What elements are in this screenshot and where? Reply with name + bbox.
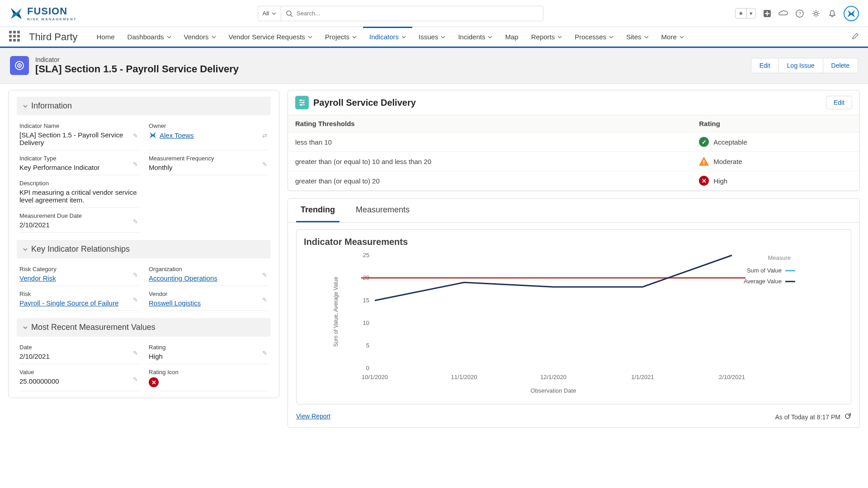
brand-name: FUSION (27, 5, 67, 17)
object-label: Indicator (35, 56, 239, 63)
nav-tab-processes[interactable]: Processes (568, 27, 620, 47)
edit-pencil-icon[interactable]: ✎ (133, 272, 138, 278)
edit-pencil-icon[interactable]: ✎ (262, 161, 267, 168)
chart-container: Indicator Measurements 0510152025Sum of … (296, 229, 851, 404)
notifications-bell-icon[interactable] (827, 9, 837, 19)
threshold-row: less than 10✓Acceptable (288, 132, 859, 152)
setup-gear-icon[interactable] (811, 9, 821, 19)
app-name: Third Party (29, 31, 78, 43)
chevron-down-icon (401, 35, 406, 39)
risk-category-link[interactable]: Vendor Risk (19, 274, 56, 282)
edit-pencil-icon[interactable]: ✎ (262, 296, 267, 303)
svg-rect-12 (703, 160, 704, 163)
salesforce-icon[interactable] (778, 9, 788, 19)
app-launcher-icon[interactable] (9, 31, 22, 43)
nav-tab-vendor-service-requests[interactable]: Vendor Service Requests (222, 27, 319, 47)
svg-point-11 (300, 104, 302, 106)
chevron-down-icon (167, 35, 171, 39)
section-recent-title: Most Recent Measurement Values (31, 323, 156, 332)
svg-text:?: ? (798, 11, 801, 16)
search-scope-label: All (263, 10, 269, 17)
svg-text:25: 25 (363, 252, 369, 258)
chevron-down-icon (23, 325, 28, 330)
section-relationships-title: Key Indicator Relationships (31, 244, 130, 254)
tab-measurements[interactable]: Measurements (351, 199, 414, 222)
edit-pencil-icon[interactable]: ✎ (133, 189, 138, 196)
chevron-down-icon (352, 35, 357, 39)
threshold-row: greater than (or equal to) 10 and less t… (288, 152, 859, 171)
user-avatar[interactable] (844, 6, 859, 21)
nav-tab-issues[interactable]: Issues (412, 27, 452, 47)
owner-link[interactable]: Alex Toews (160, 131, 194, 139)
view-report-link[interactable]: View Report (296, 413, 330, 421)
edit-pencil-icon[interactable]: ✎ (133, 161, 138, 168)
chevron-down-icon (644, 35, 649, 39)
settings-sliders-icon (295, 96, 309, 109)
nav-tab-more[interactable]: More (655, 27, 690, 47)
edit-pencil-icon[interactable]: ✎ (262, 350, 267, 357)
global-search: All (258, 6, 543, 21)
record-header: Indicator [SLA] Section 1.5 - Payroll Se… (0, 48, 868, 84)
nav-tab-projects[interactable]: Projects (319, 27, 363, 47)
nav-tab-incidents[interactable]: Incidents (452, 27, 499, 47)
svg-rect-13 (703, 163, 704, 164)
log-issue-button[interactable]: Log Issue (779, 58, 823, 73)
help-icon[interactable]: ? (795, 9, 805, 19)
edit-pencil-icon[interactable]: ✎ (133, 132, 138, 139)
indicator-object-icon (10, 56, 29, 75)
change-owner-icon[interactable]: ⇄ (262, 132, 267, 139)
section-information-header[interactable]: Information (17, 97, 271, 115)
delete-button[interactable]: Delete (823, 58, 858, 73)
chevron-down-icon (23, 247, 28, 252)
nav-tab-sites[interactable]: Sites (620, 27, 655, 47)
star-icon: ★ (736, 9, 747, 18)
edit-pencil-icon[interactable]: ✎ (262, 272, 267, 278)
edit-pencil-icon[interactable]: ✎ (133, 375, 138, 382)
refresh-icon[interactable] (844, 413, 851, 421)
nav-tab-map[interactable]: Map (499, 27, 524, 47)
thresholds-edit-button[interactable]: Edit (826, 96, 852, 109)
field-due-date: Measurement Due Date 2/10/2021 ✎ (19, 211, 139, 233)
edit-button[interactable]: Edit (751, 58, 779, 73)
rating-high-icon: ✕ (699, 176, 709, 186)
risk-link[interactable]: Payroll - Single Source of Failure (19, 299, 118, 307)
edit-nav-pencil-icon[interactable] (852, 33, 859, 41)
nav-tab-reports[interactable]: Reports (525, 27, 569, 47)
rating-ok-icon: ✓ (699, 137, 709, 147)
section-relationships-header[interactable]: Key Indicator Relationships (17, 240, 271, 258)
brand-logo: FUSION RISK MANAGEMENT (9, 5, 77, 21)
details-card: Information Indicator Name [SLA] Section… (8, 90, 279, 398)
chevron-down-icon (272, 11, 276, 16)
favorites-button[interactable]: ★ ▾ (735, 8, 756, 19)
chevron-down-icon (308, 35, 312, 39)
field-recent-date: Date 2/10/2021 ✎ (19, 342, 139, 364)
edit-pencil-icon[interactable]: ✎ (133, 296, 138, 303)
svg-text:Sum of Value: Sum of Value (747, 267, 782, 274)
organization-link[interactable]: Accounting Operations (149, 274, 217, 282)
field-vendor: Vendor Roswell Logistics ✎ (149, 289, 268, 311)
chevron-down-icon (23, 104, 28, 108)
edit-pencil-icon[interactable]: ✎ (133, 350, 138, 357)
search-input[interactable] (297, 10, 538, 17)
nav-tab-vendors[interactable]: Vendors (178, 27, 222, 47)
owner-avatar-icon (149, 131, 157, 139)
tab-trending[interactable]: Trending (296, 199, 340, 222)
svg-text:11/1/2020: 11/1/2020 (451, 374, 477, 380)
field-owner: Owner Alex Toews ⇄ (149, 121, 268, 150)
add-icon[interactable] (762, 9, 772, 19)
section-recent-header[interactable]: Most Recent Measurement Values (17, 318, 271, 337)
svg-text:Average Value: Average Value (744, 278, 782, 285)
svg-point-10 (302, 102, 304, 103)
nav-tab-indicators[interactable]: Indicators (363, 27, 412, 47)
vendor-link[interactable]: Roswell Logistics (149, 299, 201, 307)
field-description: Description KPI measuring a critical ven… (19, 178, 139, 208)
svg-text:Measure: Measure (768, 254, 791, 261)
svg-point-9 (300, 99, 302, 101)
nav-tab-dashboards[interactable]: Dashboards (121, 27, 178, 47)
as-of-text: As of Today at 8:17 PM (775, 413, 841, 421)
record-actions: EditLog IssueDelete (751, 58, 858, 73)
search-scope-dropdown[interactable]: All (258, 6, 281, 21)
nav-tab-home[interactable]: Home (90, 27, 121, 47)
edit-pencil-icon[interactable]: ✎ (133, 218, 138, 225)
chevron-down-icon (212, 35, 216, 39)
